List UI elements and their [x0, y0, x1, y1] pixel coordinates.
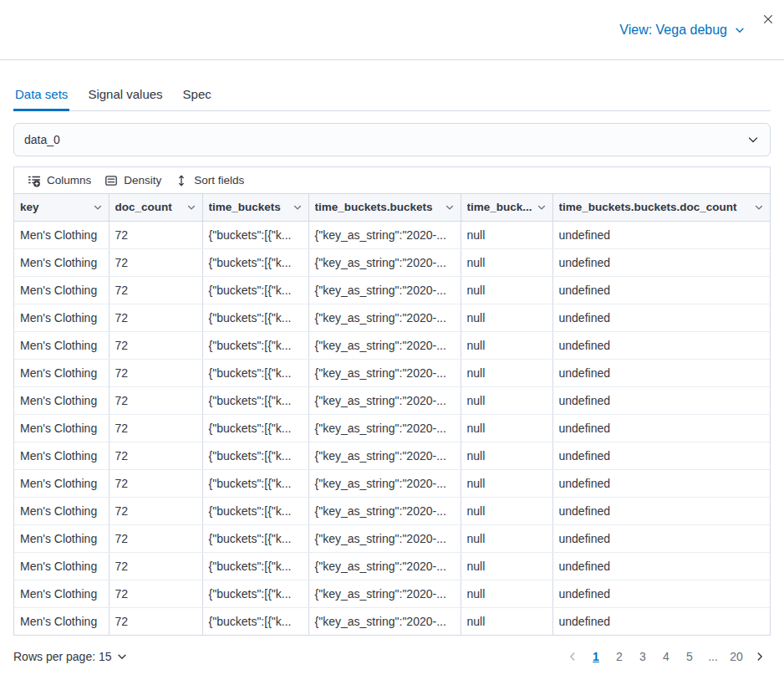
cell-key[interactable]: Men's Clothing [14, 386, 109, 414]
pagination-next-button[interactable] [749, 646, 771, 667]
cell-time-buckets-key[interactable]: null [461, 331, 552, 359]
cell-time-buckets[interactable]: {"buckets":[{"k... [202, 497, 308, 524]
pagination-page-1[interactable]: 1 [585, 646, 607, 667]
cell-time-buckets-key[interactable]: null [461, 414, 552, 442]
cell-time-buckets-buckets[interactable]: {"key_as_string":"2020-... [308, 331, 461, 359]
cell-time-buckets-buckets-doc-count[interactable]: undefined [552, 607, 770, 635]
cell-time-buckets-key[interactable]: null [461, 607, 552, 635]
cell-doc-count[interactable]: 72 [109, 469, 202, 497]
column-header-key[interactable]: key [14, 194, 109, 221]
cell-time-buckets-buckets-doc-count[interactable]: undefined [552, 469, 770, 497]
cell-time-buckets-buckets-doc-count[interactable]: undefined [552, 497, 770, 524]
cell-key[interactable]: Men's Clothing [14, 248, 109, 276]
cell-time-buckets-buckets-doc-count[interactable]: undefined [552, 580, 770, 607]
cell-time-buckets[interactable]: {"buckets":[{"k... [202, 359, 308, 386]
cell-time-buckets-key[interactable]: null [461, 580, 552, 607]
cell-time-buckets[interactable]: {"buckets":[{"k... [202, 331, 308, 359]
cell-time-buckets-buckets-doc-count[interactable]: undefined [552, 414, 770, 442]
cell-time-buckets[interactable]: {"buckets":[{"k... [202, 386, 308, 414]
cell-time-buckets-buckets-doc-count[interactable]: undefined [552, 386, 770, 414]
cell-doc-count[interactable]: 72 [109, 304, 202, 331]
tab-spec[interactable]: Spec [181, 84, 213, 111]
cell-time-buckets-buckets[interactable]: {"key_as_string":"2020-... [308, 442, 461, 469]
cell-time-buckets-buckets[interactable]: {"key_as_string":"2020-... [308, 359, 461, 386]
view-selector-button[interactable]: View: Vega debug [619, 23, 746, 38]
cell-time-buckets-key[interactable]: null [461, 497, 552, 524]
cell-time-buckets[interactable]: {"buckets":[{"k... [202, 607, 308, 635]
cell-time-buckets-key[interactable]: null [461, 248, 552, 276]
cell-time-buckets[interactable]: {"buckets":[{"k... [202, 276, 308, 304]
cell-key[interactable]: Men's Clothing [14, 221, 109, 248]
pagination-page-4[interactable]: 4 [655, 646, 677, 667]
cell-key[interactable]: Men's Clothing [14, 552, 109, 580]
pagination-page-2[interactable]: 2 [608, 646, 630, 667]
cell-key[interactable]: Men's Clothing [14, 442, 109, 469]
cell-key[interactable]: Men's Clothing [14, 304, 109, 331]
cell-time-buckets-key[interactable]: null [461, 386, 552, 414]
cell-time-buckets-buckets[interactable]: {"key_as_string":"2020-... [308, 497, 461, 524]
cell-time-buckets-buckets[interactable]: {"key_as_string":"2020-... [308, 414, 461, 442]
cell-time-buckets-buckets-doc-count[interactable]: undefined [552, 442, 770, 469]
cell-doc-count[interactable]: 72 [109, 331, 202, 359]
column-header-time-buckets-truncated[interactable]: time_buck... [461, 194, 552, 221]
cell-time-buckets[interactable]: {"buckets":[{"k... [202, 469, 308, 497]
column-header-time-buckets-buckets-doc-count[interactable]: time_buckets.buckets.doc_count [552, 194, 770, 221]
cell-time-buckets-buckets[interactable]: {"key_as_string":"2020-... [308, 607, 461, 635]
column-header-time-buckets[interactable]: time_buckets [202, 194, 308, 221]
cell-key[interactable]: Men's Clothing [14, 359, 109, 386]
cell-time-buckets-buckets[interactable]: {"key_as_string":"2020-... [308, 552, 461, 580]
cell-time-buckets-buckets[interactable]: {"key_as_string":"2020-... [308, 221, 461, 248]
cell-key[interactable]: Men's Clothing [14, 580, 109, 607]
cell-time-buckets-key[interactable]: null [461, 442, 552, 469]
tab-signal-values[interactable]: Signal values [86, 84, 164, 111]
cell-doc-count[interactable]: 72 [109, 359, 202, 386]
cell-key[interactable]: Men's Clothing [14, 276, 109, 304]
cell-time-buckets[interactable]: {"buckets":[{"k... [202, 580, 308, 607]
cell-key[interactable]: Men's Clothing [14, 331, 109, 359]
cell-key[interactable]: Men's Clothing [14, 607, 109, 635]
pagination-page-20[interactable]: 20 [725, 646, 747, 667]
cell-key[interactable]: Men's Clothing [14, 524, 109, 552]
cell-time-buckets-key[interactable]: null [461, 469, 552, 497]
cell-doc-count[interactable]: 72 [109, 580, 202, 607]
cell-time-buckets-key[interactable]: null [461, 221, 552, 248]
cell-time-buckets-buckets[interactable]: {"key_as_string":"2020-... [308, 276, 461, 304]
cell-key[interactable]: Men's Clothing [14, 414, 109, 442]
dataset-select[interactable]: data_0 [13, 123, 771, 156]
pagination-prev-button[interactable] [562, 646, 583, 667]
cell-time-buckets-key[interactable]: null [461, 524, 552, 552]
cell-time-buckets-key[interactable]: null [461, 359, 552, 386]
cell-time-buckets-buckets[interactable]: {"key_as_string":"2020-... [308, 304, 461, 331]
columns-button[interactable]: Columns [21, 171, 98, 191]
cell-doc-count[interactable]: 72 [109, 386, 202, 414]
cell-time-buckets-buckets[interactable]: {"key_as_string":"2020-... [308, 580, 461, 607]
pagination-page-5[interactable]: 5 [679, 646, 700, 667]
cell-time-buckets[interactable]: {"buckets":[{"k... [202, 524, 308, 552]
cell-time-buckets[interactable]: {"buckets":[{"k... [202, 221, 308, 248]
cell-time-buckets[interactable]: {"buckets":[{"k... [202, 442, 308, 469]
cell-time-buckets-key[interactable]: null [461, 552, 552, 580]
cell-key[interactable]: Men's Clothing [14, 497, 109, 524]
cell-time-buckets-buckets[interactable]: {"key_as_string":"2020-... [308, 524, 461, 552]
sort-fields-button[interactable]: Sort fields [168, 171, 251, 191]
cell-time-buckets-buckets-doc-count[interactable]: undefined [552, 304, 770, 331]
cell-time-buckets-buckets[interactable]: {"key_as_string":"2020-... [308, 248, 461, 276]
cell-doc-count[interactable]: 72 [109, 497, 202, 524]
cell-doc-count[interactable]: 72 [109, 248, 202, 276]
rows-per-page-button[interactable]: Rows per page: 15 [13, 650, 128, 663]
cell-time-buckets[interactable]: {"buckets":[{"k... [202, 304, 308, 331]
cell-time-buckets-key[interactable]: null [461, 304, 552, 331]
cell-time-buckets-buckets-doc-count[interactable]: undefined [552, 524, 770, 552]
cell-time-buckets-buckets-doc-count[interactable]: undefined [552, 276, 770, 304]
cell-doc-count[interactable]: 72 [109, 552, 202, 580]
cell-key[interactable]: Men's Clothing [14, 469, 109, 497]
cell-doc-count[interactable]: 72 [109, 524, 202, 552]
close-button[interactable] [757, 8, 779, 30]
cell-doc-count[interactable]: 72 [109, 414, 202, 442]
cell-time-buckets[interactable]: {"buckets":[{"k... [202, 248, 308, 276]
density-button[interactable]: Density [98, 171, 168, 191]
cell-doc-count[interactable]: 72 [109, 442, 202, 469]
cell-time-buckets[interactable]: {"buckets":[{"k... [202, 552, 308, 580]
tab-data-sets[interactable]: Data sets [13, 84, 69, 111]
cell-time-buckets-buckets-doc-count[interactable]: undefined [552, 331, 770, 359]
